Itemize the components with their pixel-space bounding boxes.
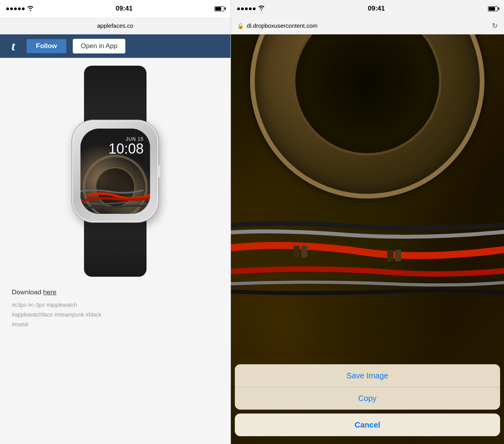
dot3	[14, 7, 17, 10]
watch-image: JUN 15 10:08	[53, 66, 178, 277]
tumblr-logo: t	[6, 39, 20, 53]
battery-group-left	[214, 6, 224, 11]
wifi-icon-right	[258, 5, 265, 12]
battery-fill-left	[215, 7, 222, 11]
save-image-label: Save Image	[347, 371, 388, 380]
rdot4	[249, 7, 252, 10]
action-group-main: Save Image Copy	[235, 364, 500, 410]
dot1	[6, 7, 9, 10]
download-text: Download here	[12, 288, 219, 296]
wifi-icon-left	[27, 5, 34, 12]
tumblr-t-icon: t	[12, 39, 15, 54]
right-panel: 09:41 🔒 dl.dropboxusercontent.com ↻	[231, 0, 504, 444]
copy-button[interactable]: Copy	[235, 387, 500, 410]
battery-icon-right	[488, 6, 498, 11]
save-image-button[interactable]: Save Image	[235, 364, 500, 387]
rdot5	[253, 7, 256, 10]
rdot1	[237, 7, 240, 10]
watch-body: JUN 15 10:08	[72, 120, 158, 222]
svg-rect-4	[387, 250, 393, 261]
cancel-label: Cancel	[354, 421, 380, 430]
dot2	[10, 7, 13, 10]
reload-icon[interactable]: ↻	[492, 21, 498, 30]
signal-group-right	[237, 5, 265, 12]
watch-time: 10:08	[109, 142, 144, 156]
tags-text: #c3po #c-3po #applewatch #applewatchface…	[12, 300, 219, 330]
lock-icon: 🔒	[237, 23, 244, 29]
url-left: applefaces.co	[97, 22, 133, 29]
watch-crown	[158, 165, 161, 177]
watch-time-display: JUN 15 10:08	[109, 136, 144, 156]
time-right: 09:41	[368, 5, 385, 13]
tumblr-header: t Follow Open in App	[0, 34, 231, 58]
url-bar-left[interactable]: applefaces.co	[0, 17, 231, 34]
dot5	[22, 7, 25, 10]
svg-rect-5	[395, 250, 401, 261]
signal-dots-right	[237, 7, 256, 10]
battery-fill-right	[489, 7, 495, 11]
svg-rect-3	[301, 246, 307, 258]
content-left: JUN 15 10:08 Download here #c3po #c-3po …	[0, 58, 231, 444]
status-bar-left: 09:41	[0, 0, 231, 17]
copy-label: Copy	[358, 394, 377, 403]
download-link[interactable]: here	[43, 288, 56, 296]
open-in-app-button[interactable]: Open in App	[73, 39, 126, 54]
battery-icon-left	[214, 6, 224, 11]
download-label: Download	[12, 288, 43, 296]
cables-svg	[231, 131, 504, 405]
action-sheet: Save Image Copy Cancel	[231, 364, 504, 444]
battery-group-right	[488, 6, 498, 11]
time-left: 09:41	[116, 5, 132, 13]
follow-button[interactable]: Follow	[27, 39, 66, 53]
download-section: Download here #c3po #c-3po #applewatch #…	[0, 288, 231, 334]
dot4	[18, 7, 21, 10]
left-panel: 09:41 applefaces.co t Follow Open in App	[0, 0, 231, 444]
url-bar-right[interactable]: 🔒 dl.dropboxusercontent.com ↻	[231, 17, 504, 34]
watch-face: JUN 15 10:08	[80, 129, 150, 214]
svg-rect-2	[293, 246, 300, 258]
url-right: dl.dropboxusercontent.com	[247, 22, 489, 29]
rdot2	[241, 7, 244, 10]
cancel-group: Cancel	[235, 414, 500, 436]
signal-dots-left	[6, 7, 25, 10]
rdot3	[245, 7, 248, 10]
status-bar-right: 09:41	[231, 0, 504, 17]
signal-group-left	[6, 5, 34, 12]
cancel-button[interactable]: Cancel	[235, 414, 500, 436]
